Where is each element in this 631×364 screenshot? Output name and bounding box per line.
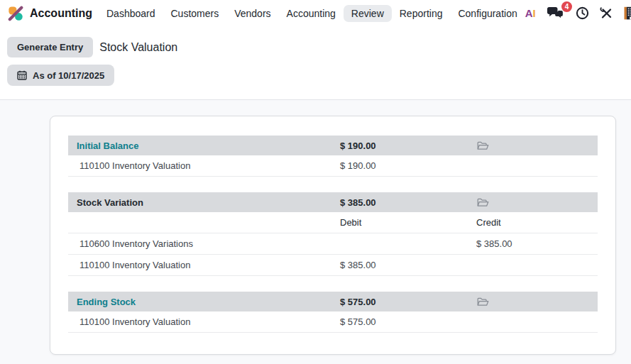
calendar-icon: [17, 70, 27, 80]
stock-variation-total: $ 385.00: [340, 192, 476, 212]
folder-open-icon[interactable]: [476, 140, 490, 151]
nav-accounting[interactable]: Accounting: [279, 5, 344, 22]
nav-review[interactable]: Review: [344, 5, 392, 22]
section-ending-stock: Ending Stock $ 575.00 110100 Inventory V…: [68, 292, 598, 333]
page-title: Stock Valuation: [99, 41, 177, 54]
nav-reporting[interactable]: Reporting: [392, 5, 451, 22]
stock-valuation-report-card: Initial Balance $ 190.00 110100 Inventor…: [50, 116, 616, 355]
debit-cell: [340, 233, 476, 255]
messages-count-badge: 4: [561, 1, 572, 12]
account-name-cell: 110100 Inventory Valuation: [68, 155, 340, 177]
top-navbar: Accounting Dashboard Customers Vendors A…: [0, 0, 631, 26]
folder-open-icon[interactable]: [476, 197, 490, 208]
credit-cell: [476, 255, 598, 276]
nav-vendors[interactable]: Vendors: [226, 5, 278, 22]
wrench-screwdriver-icon: [600, 6, 613, 20]
credit-cell: [476, 311, 598, 333]
group-row-ending-stock: Ending Stock $ 575.00: [68, 292, 598, 311]
debit-cell: $ 385.00: [340, 255, 476, 276]
initial-balance-link[interactable]: Initial Balance: [77, 140, 138, 151]
section-stock-variation: Stock Variation $ 385.00 Debit Credit 11…: [68, 192, 598, 276]
debit-column-header: Debit: [340, 212, 476, 233]
app-name: Accounting: [30, 7, 92, 20]
folder-open-icon[interactable]: [476, 297, 490, 307]
systray: AI 4: [525, 6, 631, 21]
account-name-cell: 110600 Inventory Variations: [68, 233, 340, 255]
initial-balance-total: $ 190.00: [340, 136, 476, 155]
app-menu-button[interactable]: Accounting: [8, 6, 92, 21]
table-row: 110100 Inventory Valuation $ 385.00: [68, 255, 598, 276]
debit-cell: $ 190.00: [340, 155, 476, 177]
nav-customers[interactable]: Customers: [163, 5, 227, 22]
building-icon: [624, 6, 631, 20]
ending-stock-link[interactable]: Ending Stock: [77, 297, 136, 307]
account-name-cell: 110100 Inventory Valuation: [68, 255, 340, 276]
section-initial-balance: Initial Balance $ 190.00 110100 Inventor…: [68, 136, 598, 177]
credit-column-header: Credit: [476, 212, 598, 233]
debit-credit-header-row: Debit Credit: [68, 212, 598, 233]
messages-icon[interactable]: 4: [547, 6, 565, 21]
nav-configuration[interactable]: Configuration: [450, 5, 525, 22]
nav-dashboard[interactable]: Dashboard: [99, 5, 163, 22]
account-name-cell: 110100 Inventory Valuation: [68, 311, 340, 333]
ai-assistant-icon[interactable]: AI: [525, 8, 536, 18]
group-row-stock-variation: Stock Variation $ 385.00: [68, 192, 598, 212]
ending-stock-total: $ 575.00: [340, 292, 476, 311]
activities-clock-icon[interactable]: [576, 6, 589, 20]
table-row: 110600 Inventory Variations $ 385.00: [68, 233, 598, 255]
main-menu: Dashboard Customers Vendors Accounting R…: [99, 5, 525, 22]
clock-icon: [576, 6, 589, 20]
date-filter-button[interactable]: As of 10/17/2025: [7, 65, 114, 86]
credit-cell: [476, 155, 598, 177]
stock-variation-title: Stock Variation: [77, 197, 143, 208]
credit-cell: $ 385.00: [476, 233, 598, 255]
company-switcher-icon[interactable]: [624, 6, 631, 20]
table-row: 110100 Inventory Valuation $ 190.00: [68, 155, 598, 177]
group-row-initial-balance: Initial Balance $ 190.00: [68, 136, 598, 155]
debug-tools-icon[interactable]: [600, 6, 613, 20]
content-area: Initial Balance $ 190.00 110100 Inventor…: [0, 100, 631, 364]
control-panel: Generate Entry Stock Valuation As of 10/…: [0, 26, 631, 100]
accounting-app-icon: [8, 6, 23, 21]
table-row: 110100 Inventory Valuation $ 575.00: [68, 311, 598, 333]
debit-cell: $ 575.00: [340, 311, 476, 333]
generate-entry-button[interactable]: Generate Entry: [7, 37, 93, 57]
date-filter-label: As of 10/17/2025: [33, 70, 104, 81]
